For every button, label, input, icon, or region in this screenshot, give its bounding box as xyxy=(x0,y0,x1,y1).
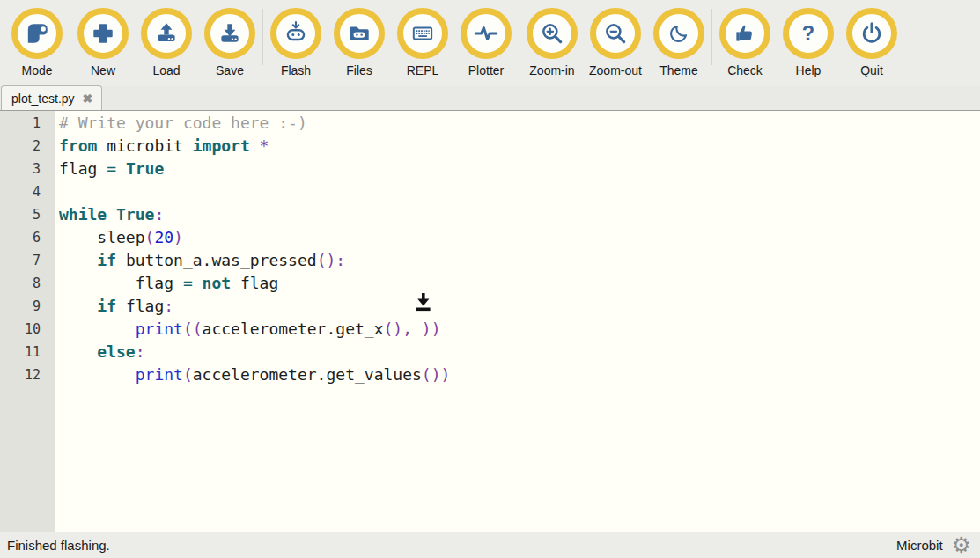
flash-button[interactable]: Flash xyxy=(264,8,328,77)
toolbar-separator xyxy=(711,9,712,65)
code-text: flag = True xyxy=(55,158,164,180)
flash-microbit-icon xyxy=(270,8,321,59)
svg-text:?: ? xyxy=(802,22,814,45)
code-text: # Write your code here :-) xyxy=(55,112,307,135)
zoom-in-icon xyxy=(527,8,578,59)
status-right-group: Microbit ⚙ xyxy=(896,534,971,556)
tab-title: plot_test.py xyxy=(11,92,75,106)
mode-icon xyxy=(11,8,63,59)
plotter-button-label: Plotter xyxy=(468,63,504,77)
line-number: 2 xyxy=(0,135,55,158)
line-number: 5 xyxy=(0,203,55,226)
theme-button-label: Theme xyxy=(659,63,698,77)
waveform-icon xyxy=(461,8,512,59)
toolbar: Mode New Load xyxy=(0,0,980,86)
code-text: while True: xyxy=(55,203,164,226)
gear-icon[interactable]: ⚙ xyxy=(952,534,971,556)
code-line[interactable]: 12 print(accelerometer.get_values()) xyxy=(0,363,980,386)
moon-icon xyxy=(653,8,704,59)
plus-icon xyxy=(77,8,129,59)
code-line[interactable]: 1# Write your code here :-) xyxy=(0,112,980,135)
code-line[interactable]: 10 print((accelerometer.get_x(), )) xyxy=(0,318,980,341)
line-number: 6 xyxy=(0,226,55,249)
zoom-out-button[interactable]: Zoom-out xyxy=(584,8,647,77)
load-button[interactable]: Load xyxy=(135,8,198,77)
code-text: else: xyxy=(55,341,145,363)
line-number: 11 xyxy=(0,341,55,363)
code-editor[interactable]: 1# Write your code here :-)2from microbi… xyxy=(0,111,980,532)
mode-button-label: Mode xyxy=(21,63,52,77)
save-button-label: Save xyxy=(216,63,244,77)
help-button[interactable]: ? Help xyxy=(777,8,840,77)
code-line[interactable]: 3flag = True xyxy=(0,158,980,180)
indent-guide xyxy=(99,318,99,341)
files-folder-icon xyxy=(334,8,385,59)
download-tray-icon xyxy=(204,8,255,59)
line-number: 9 xyxy=(0,295,55,318)
check-button[interactable]: Check xyxy=(713,8,777,77)
files-button[interactable]: Files xyxy=(328,8,391,77)
zoom-in-button-label: Zoom-in xyxy=(529,63,574,77)
line-number: 8 xyxy=(0,272,55,295)
toolbar-separator xyxy=(262,9,263,65)
download-cursor-icon xyxy=(412,291,435,316)
power-icon xyxy=(846,8,897,59)
toolbar-separator xyxy=(70,9,70,65)
zoom-out-icon xyxy=(590,8,641,59)
line-number: 12 xyxy=(0,363,55,386)
code-line[interactable]: 6 sleep(20) xyxy=(0,226,980,249)
code-text xyxy=(55,180,59,203)
code-text: print((accelerometer.get_x(), )) xyxy=(55,318,441,341)
theme-button[interactable]: Theme xyxy=(647,8,711,77)
toolbar-separator xyxy=(519,9,519,65)
files-button-label: Files xyxy=(346,63,372,77)
code-text: from microbit import * xyxy=(55,135,269,158)
upload-tray-icon xyxy=(141,8,192,59)
new-button-label: New xyxy=(91,63,115,77)
indent-guide xyxy=(99,272,99,295)
code-line[interactable]: 7 if button_a.was_pressed(): xyxy=(0,249,980,272)
status-bar: Finished flashing. Microbit ⚙ xyxy=(0,532,980,558)
code-text: sleep(20) xyxy=(55,226,183,249)
keyboard-icon xyxy=(397,8,448,59)
tab-bar: plot_test.py ✖ xyxy=(0,86,980,111)
question-icon: ? xyxy=(783,8,834,59)
help-button-label: Help xyxy=(796,63,822,77)
indent-guide xyxy=(99,363,99,386)
line-number: 7 xyxy=(0,249,55,272)
check-button-label: Check xyxy=(727,63,763,77)
zoom-in-button[interactable]: Zoom-in xyxy=(520,8,584,77)
code-line[interactable]: 8 flag = not flag xyxy=(0,272,980,295)
thumbs-up-icon xyxy=(719,8,770,59)
repl-button-label: REPL xyxy=(407,63,439,77)
code-line[interactable]: 4 xyxy=(0,180,980,203)
code-text: if button_a.was_pressed(): xyxy=(55,249,345,272)
line-number: 1 xyxy=(0,112,55,135)
mode-button[interactable]: Mode xyxy=(5,8,69,77)
code-lines: 1# Write your code here :-)2from microbi… xyxy=(0,111,980,386)
line-number: 4 xyxy=(0,180,55,203)
code-text: print(accelerometer.get_values()) xyxy=(55,363,450,386)
line-number: 10 xyxy=(0,318,55,341)
status-message: Finished flashing. xyxy=(7,538,110,553)
code-line[interactable]: 2from microbit import * xyxy=(0,135,980,158)
code-text: flag = not flag xyxy=(55,272,278,295)
code-text: if flag: xyxy=(55,295,173,318)
code-line[interactable]: 11 else: xyxy=(0,341,980,363)
tab-plot-test-py[interactable]: plot_test.py ✖ xyxy=(1,85,102,110)
code-line[interactable]: 5while True: xyxy=(0,203,980,226)
new-button[interactable]: New xyxy=(71,8,135,77)
code-line[interactable]: 9 if flag: xyxy=(0,295,980,318)
quit-button[interactable]: Quit xyxy=(840,8,903,77)
mu-editor-window: Mode New Load xyxy=(0,0,980,558)
flash-button-label: Flash xyxy=(281,63,311,77)
save-button[interactable]: Save xyxy=(198,8,262,77)
line-number: 3 xyxy=(0,158,55,180)
load-button-label: Load xyxy=(152,63,180,77)
device-mode-name: Microbit xyxy=(896,538,943,553)
tab-close-icon[interactable]: ✖ xyxy=(83,92,93,105)
plotter-button[interactable]: Plotter xyxy=(454,8,518,77)
repl-button[interactable]: REPL xyxy=(391,8,454,77)
zoom-out-button-label: Zoom-out xyxy=(589,63,642,77)
quit-button-label: Quit xyxy=(860,63,883,77)
